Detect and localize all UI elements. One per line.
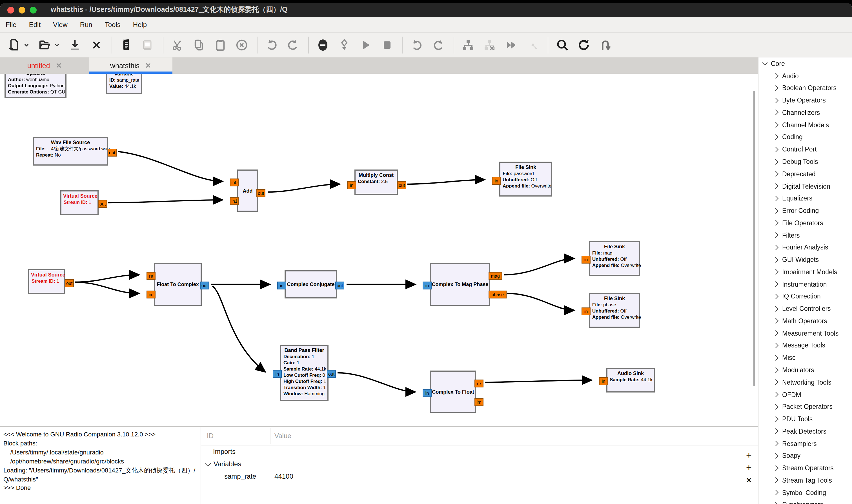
kill-flowgraph-icon[interactable] — [316, 37, 330, 52]
generate-kernel-icon[interactable] — [337, 37, 352, 52]
port-in[interactable]: in — [492, 177, 501, 185]
library-category[interactable]: Synchronizers — [759, 499, 852, 504]
library-category[interactable]: Packet Operators — [759, 401, 852, 413]
port-re[interactable]: re — [474, 380, 484, 388]
block-audio-sink[interactable]: Audio Sink Sample Rate: 44.1k in — [606, 368, 655, 393]
port-out[interactable]: out — [327, 370, 336, 378]
block-options[interactable]: Options Author: wenhuamuOutput Language:… — [4, 74, 67, 98]
library-category[interactable]: File Operators — [759, 217, 852, 229]
menu-view[interactable]: View — [47, 21, 74, 29]
tab-whatsthis[interactable]: whatsthis ✕ — [89, 57, 172, 74]
library-category[interactable]: Audio — [759, 70, 852, 82]
library-category[interactable]: Peak Detectors — [759, 425, 852, 437]
generate-flowgraph-icon[interactable] — [119, 37, 134, 52]
port-in[interactable]: in — [599, 377, 608, 385]
block-wav-file-source[interactable]: Wav File Source File: ...4/新建文件夹/passwor… — [33, 137, 108, 165]
port-in[interactable]: in — [273, 370, 282, 378]
variable-row-samp-rate[interactable]: samp_rate 44100 — [201, 470, 758, 483]
library-category[interactable]: Fourier Analysis — [759, 241, 852, 254]
block-virtual-source-1[interactable]: Virtual Source Stream ID: 1 out — [60, 190, 99, 215]
port-mag[interactable]: mag — [489, 272, 502, 280]
redo-icon[interactable] — [286, 37, 300, 52]
add-variable-button[interactable]: + — [743, 462, 754, 474]
new-file-dropdown-icon[interactable] — [22, 37, 31, 52]
library-category[interactable]: Coding — [759, 131, 852, 143]
add-import-button[interactable]: + — [743, 449, 754, 462]
port-out[interactable]: out — [98, 200, 107, 208]
paste-icon[interactable] — [213, 37, 228, 52]
port-in0[interactable]: in0 — [230, 179, 239, 186]
minimize-window-button[interactable] — [19, 6, 25, 13]
library-category[interactable]: Modulators — [759, 364, 852, 376]
reconnect-icon[interactable] — [598, 37, 612, 52]
port-im[interactable]: im — [146, 291, 156, 299]
library-category[interactable]: Debug Tools — [759, 156, 852, 168]
library-category[interactable]: Level Controllers — [759, 303, 852, 315]
flowgraph-canvas[interactable]: Options Author: wenhuamuOutput Language:… — [0, 74, 758, 426]
port-in[interactable]: in — [347, 181, 356, 189]
library-category[interactable]: Symbol Coding — [759, 487, 852, 499]
search-icon[interactable] — [555, 37, 570, 52]
library-category[interactable]: Message Tools — [759, 339, 852, 352]
library-category[interactable]: Byte Operators — [759, 94, 852, 107]
library-category[interactable]: IQ Correction — [759, 290, 852, 303]
menu-tools[interactable]: Tools — [99, 21, 127, 29]
port-in[interactable]: in — [581, 307, 591, 316]
library-category[interactable]: Error Coding — [759, 204, 852, 217]
block-float-to-complex[interactable]: Float To Complex re im out — [154, 263, 202, 306]
rotate-right-icon[interactable] — [431, 37, 446, 52]
library-category[interactable]: Impairment Models — [759, 266, 852, 278]
library-category[interactable]: Instrumentation — [759, 278, 852, 291]
library-category[interactable]: Channelizers — [759, 106, 852, 119]
library-category[interactable]: Control Port — [759, 143, 852, 156]
block-complex-to-float[interactable]: Complex To Float in re im — [430, 371, 476, 413]
library-category[interactable]: GUI Widgets — [759, 254, 852, 266]
block-multiply-const[interactable]: Multiply Const Constant: 2.5 in out — [354, 169, 398, 195]
library-category[interactable]: PDU Tools — [759, 413, 852, 425]
block-add[interactable]: Add in0 in1 out — [237, 169, 258, 212]
library-category[interactable]: Deprecated — [759, 168, 852, 180]
library-category[interactable]: Measurement Tools — [759, 327, 852, 340]
library-category-core[interactable]: Core — [759, 57, 852, 70]
block-virtual-source-2[interactable]: Virtual Source Stream ID: 1 out — [28, 269, 65, 294]
tab-close-icon[interactable]: ✕ — [145, 61, 151, 70]
port-out[interactable]: out — [65, 279, 74, 287]
block-file-sink-mag[interactable]: File Sink File: magUnbuffered: OffAppend… — [589, 241, 640, 276]
library-category[interactable]: Channel Models — [759, 119, 852, 131]
execute-icon[interactable] — [359, 37, 373, 52]
reload-icon[interactable] — [576, 37, 591, 52]
port-in[interactable]: in — [423, 282, 432, 289]
block-complex-conjugate[interactable]: Complex Conjugate in out — [284, 270, 337, 299]
block-file-sink-phase[interactable]: File Sink File: phaseUnbuffered: OffAppe… — [589, 293, 640, 328]
close-window-button[interactable] — [7, 6, 14, 13]
library-category[interactable]: Digital Television — [759, 180, 852, 192]
block-complex-to-mag-phase[interactable]: Complex To Mag Phase in mag phase — [430, 263, 490, 306]
clear-hierarchy-icon[interactable] — [482, 37, 497, 52]
snap-to-grid-icon[interactable] — [525, 37, 540, 52]
library-category[interactable]: Equalizers — [759, 192, 852, 205]
chevron-down-icon[interactable] — [205, 460, 211, 467]
zoom-window-button[interactable] — [30, 6, 37, 13]
library-category[interactable]: Stream Tag Tools — [759, 474, 852, 487]
port-im[interactable]: im — [474, 398, 484, 406]
port-in[interactable]: in — [581, 256, 591, 264]
port-out[interactable]: out — [335, 282, 344, 289]
library-category[interactable]: Boolean Operators — [759, 82, 852, 94]
library-category[interactable]: Resamplers — [759, 437, 852, 450]
cut-icon[interactable] — [170, 37, 185, 52]
port-out[interactable]: out — [397, 181, 406, 189]
port-in1[interactable]: in1 — [230, 197, 239, 205]
copy-icon[interactable] — [192, 37, 206, 52]
port-out[interactable]: out — [200, 282, 209, 289]
library-category[interactable]: Soapy — [759, 450, 852, 462]
variable-value[interactable]: 44100 — [274, 472, 293, 480]
remove-variable-button[interactable]: ✕ — [743, 474, 754, 487]
library-category[interactable]: Filters — [759, 229, 852, 241]
menu-file[interactable]: File — [0, 21, 23, 29]
fast-forward-icon[interactable] — [504, 37, 518, 52]
library-category[interactable]: Networking Tools — [759, 376, 852, 389]
variable-id[interactable]: samp_rate — [224, 472, 256, 480]
port-out[interactable]: out — [108, 149, 117, 157]
block-file-sink-password[interactable]: File Sink File: passwordUnbuffered: OffA… — [499, 162, 552, 197]
close-tab-icon[interactable] — [89, 37, 104, 52]
